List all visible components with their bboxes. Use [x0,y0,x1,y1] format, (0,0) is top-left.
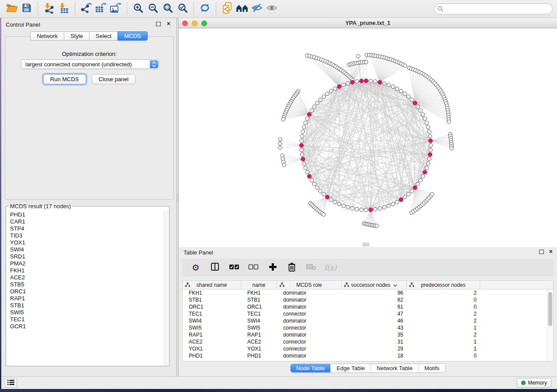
mcds-result-item[interactable]: SRD1 [10,253,164,260]
mcds-result-item[interactable]: RAP1 [10,295,164,302]
graph-node[interactable] [342,83,345,86]
tab-node-table[interactable]: Node Table [291,364,331,372]
graph-node[interactable] [395,200,399,204]
mcds-result-scrollbar[interactable] [164,210,169,365]
mcds-result-item[interactable]: YOX1 [10,239,164,246]
graph-hub-node[interactable] [428,153,432,157]
graph-node[interactable] [318,189,322,193]
tab-network[interactable]: Network [30,31,64,41]
tab-network-table[interactable]: Network Table [370,364,418,372]
graph-node[interactable] [322,95,325,98]
delete-column-button[interactable] [285,261,298,274]
export-network-button[interactable] [79,2,93,16]
graph-node[interactable] [383,82,386,85]
graph-node[interactable] [278,146,282,149]
zoom-fit-button[interactable] [160,2,175,16]
mcds-result-item[interactable]: ACE2 [10,274,164,281]
table-cell[interactable]: RAP1 [241,331,277,338]
mcds-result-item[interactable]: FKH1 [10,267,164,274]
graph-node[interactable] [426,162,430,165]
table-cell[interactable]: 1 [407,345,480,352]
graph-node[interactable] [355,207,359,211]
scrollbar-thumb[interactable] [548,292,552,326]
table-cell[interactable]: ORC1 [183,303,241,310]
zoom-selected-button[interactable] [175,2,190,16]
network-canvas[interactable] [179,28,557,245]
table-cell[interactable]: 0 [407,296,480,303]
table-cell[interactable]: ACE2 [183,338,241,345]
graph-hub-node[interactable] [308,113,311,117]
table-cell[interactable]: SWI4 [241,317,277,324]
table-row[interactable]: SWI5SWI5connector431 [183,324,547,331]
graph-hub-node[interactable] [364,79,368,83]
table-cell[interactable]: dominator [277,289,342,296]
table-cell[interactable]: STB1 [241,296,277,303]
mcds-result-item[interactable]: TEC1 [10,316,164,323]
tab-style[interactable]: Style [64,31,90,41]
graph-node[interactable] [322,193,325,196]
graph-node[interactable] [350,206,354,210]
table-cell[interactable]: 43 [342,324,407,331]
graph-node[interactable] [427,130,431,133]
graph-node[interactable] [300,139,303,142]
graph-hub-node[interactable] [325,195,329,199]
show-all-button[interactable] [264,2,279,16]
graph-node[interactable] [430,193,434,196]
mcds-result-item[interactable]: ORC1 [10,288,164,295]
table-cell[interactable]: dominator [277,296,342,303]
mcds-result-item[interactable]: CAR1 [10,218,164,225]
graph-node[interactable] [302,125,306,129]
table-cell[interactable]: dominator [277,352,342,359]
table-cell[interactable]: YOX1 [183,345,241,352]
graph-node[interactable] [355,79,359,83]
table-cell[interactable]: FKH1 [183,289,241,296]
graph-node[interactable] [387,204,391,208]
table-cell[interactable]: 29 [342,345,407,352]
table-cell[interactable]: 2 [407,331,480,338]
table-cell[interactable]: RAP1 [183,331,241,338]
table-settings-button[interactable]: ⚙ [189,261,202,274]
graph-hub-node[interactable] [429,139,432,143]
graph-node[interactable] [447,120,450,124]
close-panel-icon[interactable]: × [167,21,170,26]
graph-node[interactable] [312,105,316,108]
graph-node[interactable] [333,87,337,90]
graph-node[interactable] [421,113,425,116]
table-cell[interactable]: YOX1 [241,345,277,352]
graph-node[interactable] [364,60,368,64]
graph-node[interactable] [428,134,432,138]
graph-node[interactable] [429,148,432,151]
graph-hub-node[interactable] [299,143,303,147]
column-header-shared-name[interactable]: shared name [183,281,241,289]
graph-node[interactable] [369,79,372,83]
task-history-button[interactable] [4,378,17,388]
zoom-in-button[interactable] [131,2,145,16]
mcds-result-item[interactable]: SWI4 [10,246,164,253]
new-network-from-selection-button[interactable] [220,2,235,16]
graph-node[interactable] [403,64,407,67]
graph-node[interactable] [356,55,360,58]
graph-node[interactable] [300,134,304,138]
mcds-result-item[interactable]: PHD1 [10,211,164,218]
graph-node[interactable] [395,87,399,90]
tab-edge-table[interactable]: Edge Table [330,364,370,372]
graph-hub-node[interactable] [413,186,417,189]
tab-select[interactable]: Select [89,31,118,41]
table-row[interactable]: YOX1YOX1connector291 [183,345,547,352]
graph-node[interactable] [310,109,313,112]
graph-node[interactable] [346,206,349,209]
graph-node[interactable] [416,105,419,108]
column-header-mcds-role[interactable]: MCDS role [277,281,342,289]
table-cell[interactable]: STB1 [183,296,241,303]
table-cell[interactable]: 1 [407,324,480,331]
run-mcds-button[interactable]: Run MCDS [43,74,86,84]
graph-hub-node[interactable] [413,101,417,105]
graph-node[interactable] [300,153,304,156]
graph-node[interactable] [304,166,307,170]
column-header-successor-nodes[interactable]: successor nodes [342,281,407,289]
mcds-result-item[interactable]: STP4 [10,225,164,232]
table-cell[interactable]: dominator [277,331,342,338]
tab-mcds[interactable]: MCDS [118,31,147,41]
table-cell[interactable]: connector [277,310,342,317]
table-cell[interactable]: 18 [342,352,407,359]
